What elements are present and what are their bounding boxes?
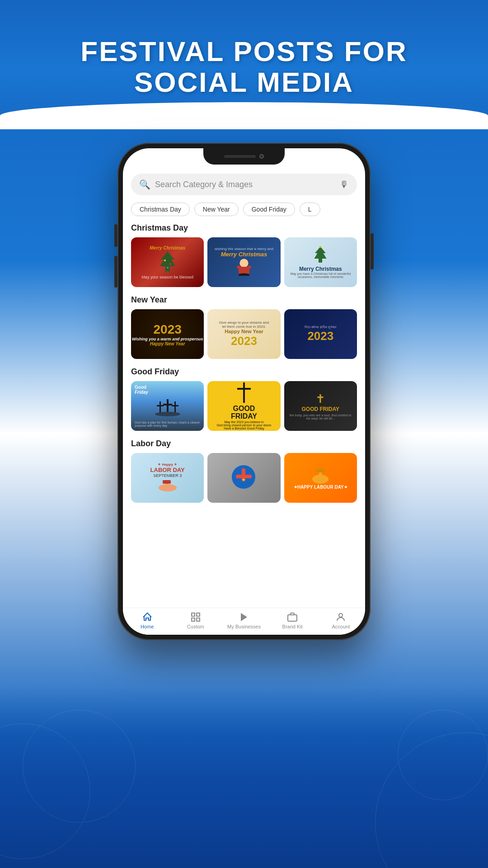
- svg-rect-17: [172, 405, 178, 406]
- microphone-icon[interactable]: 🎙: [340, 179, 349, 190]
- crosses-icon-1: [154, 397, 181, 417]
- volume-down-button: [114, 256, 117, 288]
- newyear-subtitle-3: मित्र वर्षाच्या हार्दिक शुभेच्छा: [305, 326, 337, 329]
- christmas-text-3: Merry Christmas: [288, 266, 353, 272]
- laborday-card-2[interactable]: [207, 453, 280, 503]
- phone-frame: 🔍 Search Category & Images 🎙 Christmas D…: [117, 143, 371, 640]
- svg-rect-26: [236, 475, 252, 478]
- svg-rect-8: [248, 266, 251, 269]
- svg-rect-13: [163, 404, 172, 406]
- svg-rect-34: [197, 618, 200, 621]
- section-laborday: Labor Day ✦ Happy ✦ LABOR DAY SEPTEMBER …: [131, 439, 357, 503]
- christmas-grid: Merry Christmas May: [131, 237, 357, 287]
- svg-point-5: [239, 259, 248, 268]
- svg-point-3: [169, 263, 171, 265]
- front-camera: [259, 154, 264, 159]
- newyear-subtext-1: Happy New Year: [132, 341, 203, 346]
- newyear-card-2[interactable]: Give wings to your dreams andlet them co…: [207, 309, 280, 359]
- newyear-subtitle-2: Give wings to your dreams andlet them co…: [219, 321, 269, 329]
- section-title-newyear: New Year: [131, 295, 357, 305]
- goodfriday-text-2: GOODFRIDAY: [217, 405, 272, 420]
- chip-labor[interactable]: L: [300, 203, 320, 216]
- svg-rect-31: [192, 613, 195, 616]
- newyear-card-3[interactable]: मित्र वर्षाच्या हार्दिक शुभेच्छा 2023: [284, 309, 357, 359]
- svg-rect-6: [239, 267, 249, 274]
- svg-marker-10: [314, 247, 327, 263]
- christmas-text-2: Merry Christmas: [215, 251, 273, 258]
- tools-hand-icon: [309, 467, 332, 485]
- newyear-text-1: Wishing you a warm and prosperous: [132, 337, 203, 341]
- christmas-text-1: Merry Christmas: [141, 245, 193, 250]
- section-title-laborday: Labor Day: [131, 439, 357, 448]
- christmas-subtitle-2: wishing this season that a merry and: [215, 247, 273, 251]
- newyear-year-1: 2023: [132, 322, 203, 337]
- svg-marker-0: [160, 251, 175, 272]
- svg-rect-23: [163, 480, 171, 484]
- play-icon: [239, 612, 249, 623]
- newyear-grid: 2023 Wishing you a warm and prosperous H…: [131, 309, 357, 359]
- volume-up-button: [114, 224, 117, 247]
- search-input[interactable]: Search Category & Images: [155, 180, 335, 189]
- chip-goodfriday[interactable]: Good Friday: [243, 203, 295, 216]
- nav-brandkit[interactable]: Brand Kit: [268, 612, 317, 629]
- laborday-card-3[interactable]: ✦HAPPY LABOUR DAY✦: [284, 453, 357, 503]
- laborday-grid: ✦ Happy ✦ LABOR DAY SEPTEMBER 3: [131, 453, 357, 503]
- christmas-tree-icon-3: [311, 246, 329, 264]
- content-scroll-area[interactable]: Christmas Day Merry Christmas: [123, 219, 365, 608]
- fist-wrench-icon: [231, 465, 256, 490]
- goodfriday-card-3[interactable]: ✝ GOOD FRIDAY the body, you who are a so…: [284, 381, 357, 431]
- newyear-card-1[interactable]: 2023 Wishing you a warm and prosperous H…: [131, 309, 204, 359]
- christmas-card-1[interactable]: Merry Christmas May: [131, 237, 204, 287]
- svg-rect-15: [157, 405, 164, 406]
- newyear-year-3: 2023: [305, 329, 337, 343]
- svg-marker-35: [241, 613, 247, 621]
- section-title-goodfriday: Good Friday: [131, 367, 357, 377]
- phone-screen: 🔍 Search Category & Images 🎙 Christmas D…: [123, 148, 365, 635]
- hammer-hand-icon: [156, 478, 179, 491]
- chip-christmas[interactable]: Christmas Day: [131, 203, 190, 216]
- laborday-date-1: SEPTEMBER 3: [150, 473, 185, 478]
- account-icon: [335, 612, 346, 623]
- santa-icon: [233, 258, 255, 276]
- svg-point-18: [155, 412, 180, 416]
- category-chips: Christmas Day New Year Good Friday L: [123, 200, 365, 219]
- goodfriday-card-2[interactable]: GOODFRIDAY May the 2023 you believe inGo…: [207, 381, 280, 431]
- nav-custom-label: Custom: [187, 624, 204, 629]
- svg-rect-32: [197, 613, 200, 616]
- nav-mybusinesses[interactable]: My Businesses: [220, 612, 268, 629]
- power-button: [371, 233, 374, 269]
- svg-rect-7: [237, 266, 240, 269]
- svg-rect-14: [160, 401, 161, 413]
- nav-account-label: Account: [332, 624, 350, 629]
- nav-custom[interactable]: Custom: [171, 612, 220, 629]
- svg-rect-19: [243, 382, 245, 403]
- phone-notch: [203, 148, 285, 165]
- christmas-card-3[interactable]: Merry Christmas May you have a Christmas…: [284, 237, 357, 287]
- section-newyear: New Year 2023 Wishing you a warm and pro…: [131, 295, 357, 359]
- cross-icon-2: [237, 382, 251, 403]
- page-title: FESTIVAL POSTS FOR SOCIAL MEDIA: [27, 36, 461, 98]
- svg-rect-30: [316, 469, 324, 472]
- chip-newyear[interactable]: New Year: [194, 203, 239, 216]
- nav-home[interactable]: Home: [123, 612, 171, 629]
- section-goodfriday: Good Friday GoodFriday: [131, 367, 357, 431]
- section-christmas: Christmas Day Merry Christmas: [131, 223, 357, 287]
- search-bar[interactable]: 🔍 Search Category & Images 🎙: [131, 174, 357, 195]
- svg-rect-16: [174, 401, 176, 413]
- christmas-card-2[interactable]: wishing this season that a merry and Mer…: [207, 237, 280, 287]
- svg-point-37: [339, 613, 343, 617]
- goodfriday-grid: GoodFriday: [131, 381, 357, 431]
- svg-point-4: [167, 267, 169, 269]
- laborday-card-1[interactable]: ✦ Happy ✦ LABOR DAY SEPTEMBER 3: [131, 453, 204, 503]
- header-section: FESTIVAL POSTS FOR SOCIAL MEDIA: [0, 0, 488, 116]
- bottom-nav: Home Custom: [123, 608, 365, 635]
- home-icon: [142, 612, 153, 623]
- nav-account[interactable]: Account: [317, 612, 365, 629]
- svg-rect-36: [288, 615, 297, 621]
- screen-content: 🔍 Search Category & Images 🎙 Christmas D…: [123, 148, 365, 635]
- brandkit-icon: [287, 612, 298, 623]
- svg-point-2: [164, 259, 166, 261]
- goodfriday-card-1[interactable]: GoodFriday: [131, 381, 204, 431]
- nav-home-label: Home: [141, 624, 154, 629]
- christmas-subtitle-3: May you have a Christmas full of wonderf…: [288, 272, 353, 278]
